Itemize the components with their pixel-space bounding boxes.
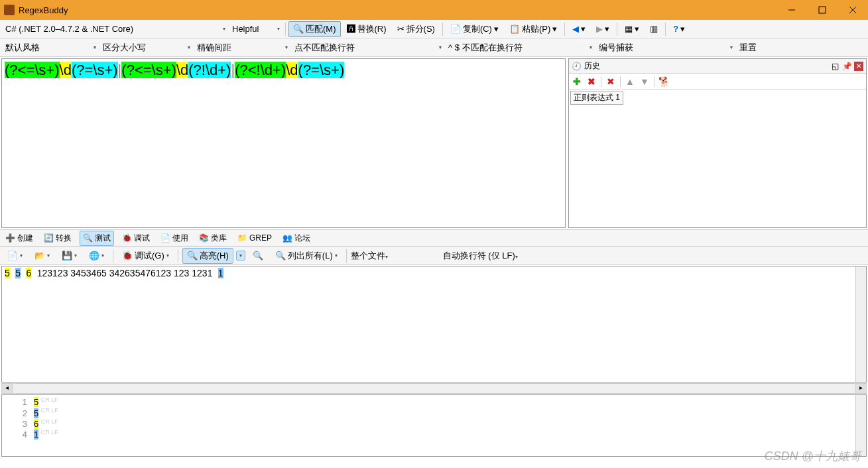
regex-editor[interactable]: (?<=\s+)\d(?=\s+)|(?<=\s+)\d(?!\d+)|(?<!… bbox=[1, 58, 566, 228]
match-label: 匹配(M) bbox=[306, 23, 336, 35]
create-icon: ➕ bbox=[5, 233, 15, 243]
close-panel-icon[interactable]: ✕ bbox=[854, 62, 863, 71]
title-bar: RegexBuddy bbox=[0, 0, 868, 20]
history-list[interactable]: 正则表达式 1 bbox=[569, 89, 866, 227]
test-text-area[interactable]: 5 5 6 123123 3453465 342635476123 123 12… bbox=[1, 266, 867, 382]
flavor-combo[interactable]: C# (.NET 2.0–4.7.2 & .NET Core)▾ bbox=[3, 23, 228, 35]
tab-create-label: 创建 bbox=[17, 233, 33, 244]
open-icon: 📂 bbox=[34, 251, 45, 261]
tab-debug[interactable]: 🐞调试 bbox=[119, 231, 153, 245]
tab-test[interactable]: 🔍测试 bbox=[80, 231, 114, 246]
separator bbox=[285, 23, 286, 36]
match-highlight: 6 bbox=[26, 268, 31, 278]
regexbuddy-icon[interactable]: 🐕 bbox=[658, 76, 669, 87]
highlight-dd[interactable]: ▾ bbox=[236, 251, 245, 261]
result-row[interactable]: 36 CR LF bbox=[5, 418, 863, 429]
debug-label: 调试(G) bbox=[135, 250, 164, 262]
numbering-combo[interactable]: 编号捕获▾ bbox=[596, 40, 735, 55]
split-icon: ✂ bbox=[397, 24, 404, 34]
use-icon: 📄 bbox=[160, 233, 170, 243]
results-area[interactable]: 15 CR LF25 CR LF36 CR LF41 CR LF bbox=[1, 394, 867, 457]
listall-button[interactable]: 🔍列出所有(L)▾ bbox=[271, 248, 342, 264]
history-toolbar: ✚ ✖ ✖ ▲ ▼ 🐕 bbox=[569, 74, 866, 89]
forward-dropdown[interactable]: ▶▾ bbox=[591, 22, 614, 36]
delete-icon[interactable]: ✖ bbox=[586, 76, 597, 87]
copy-label: 复制(C) bbox=[463, 23, 492, 35]
convert-icon: 🔄 bbox=[44, 233, 54, 243]
copy-icon: 📄 bbox=[450, 24, 461, 34]
result-row[interactable]: 25 CR LF bbox=[5, 407, 863, 418]
reset-button[interactable]: 重置 bbox=[737, 40, 759, 55]
highlight-button[interactable]: 🔍高亮(H) bbox=[182, 248, 233, 264]
history-item[interactable]: 正则表达式 1 bbox=[570, 91, 623, 105]
result-match: 5 bbox=[34, 397, 38, 407]
debug-button[interactable]: 🐞调试(G)▾ bbox=[117, 248, 174, 264]
clear-icon[interactable]: ✖ bbox=[605, 76, 616, 87]
replace-button[interactable]: 🅰替换(R) bbox=[342, 21, 391, 37]
result-row[interactable]: 15 CR LF bbox=[5, 396, 863, 407]
layout-dropdown[interactable]: ▦▾ bbox=[620, 22, 644, 36]
copy-button[interactable]: 📄复制(C)▾ bbox=[446, 21, 503, 37]
tab-use[interactable]: 📄使用 bbox=[158, 231, 191, 245]
maximize-button[interactable] bbox=[807, 0, 837, 20]
main-split: (?<=\s+)\d(?=\s+)|(?<=\s+)\d(?!\d+)|(?<!… bbox=[0, 57, 868, 229]
reset-label: 重置 bbox=[739, 42, 757, 54]
match-button[interactable]: 🔍匹配(M) bbox=[288, 21, 341, 37]
forward-icon: ▶ bbox=[596, 24, 603, 34]
down-icon[interactable]: ▼ bbox=[639, 76, 650, 87]
token-d-2: \d bbox=[176, 62, 188, 78]
close-button[interactable] bbox=[837, 0, 868, 20]
new-dropdown[interactable]: 📄▾ bbox=[3, 249, 27, 263]
clock-icon: 🕘 bbox=[572, 62, 582, 71]
scope-combo[interactable]: 整个文件▾ bbox=[351, 250, 440, 262]
tab-forum[interactable]: 👥论坛 bbox=[280, 231, 313, 245]
tab-create[interactable]: ➕创建 bbox=[3, 231, 36, 245]
split-label: 拆分(S) bbox=[406, 23, 435, 35]
case-combo[interactable]: 区分大小写▾ bbox=[100, 40, 193, 55]
lookbehind-2: (?<=\s+) bbox=[121, 62, 176, 78]
scroll-right-icon[interactable]: ▸ bbox=[855, 384, 866, 393]
options-toolbar: 默认风格▾ 区分大小写▾ 精确间距▾ 点不匹配换行符▾ ^ $ 不匹配在换行符▾… bbox=[0, 38, 868, 57]
vertical-scrollbar[interactable] bbox=[855, 395, 866, 456]
style-combo[interactable]: 默认风格▾ bbox=[3, 40, 99, 55]
save-dropdown[interactable]: 💾▾ bbox=[57, 249, 82, 263]
tab-use-label: 使用 bbox=[172, 233, 188, 244]
main-toolbar: C# (.NET 2.0–4.7.2 & .NET Core)▾ Helpful… bbox=[0, 20, 868, 38]
separator bbox=[665, 23, 666, 36]
minimize-button[interactable] bbox=[776, 0, 807, 20]
horizontal-scrollbar[interactable]: ◂ ▸ bbox=[1, 383, 867, 394]
mode-combo[interactable]: Helpful▾ bbox=[229, 23, 282, 35]
paste-label: 粘贴(P) bbox=[522, 23, 550, 35]
scroll-left-icon[interactable]: ◂ bbox=[2, 384, 13, 393]
back-dropdown[interactable]: ◀▾ bbox=[568, 22, 590, 36]
replace-icon: 🅰 bbox=[347, 24, 355, 34]
vertical-scrollbar[interactable] bbox=[855, 266, 866, 382]
add-icon[interactable]: ✚ bbox=[572, 76, 582, 87]
token-d-3: \d bbox=[286, 62, 298, 78]
tab-grep[interactable]: 📁GREP bbox=[235, 232, 275, 244]
split-button[interactable]: ✂拆分(S) bbox=[393, 21, 440, 37]
restore-icon[interactable]: ◱ bbox=[830, 62, 839, 71]
spacing-combo[interactable]: 精确间距▾ bbox=[194, 40, 290, 55]
paste-button[interactable]: 📋粘贴(P)▾ bbox=[505, 21, 562, 37]
linebreak-combo[interactable]: 自动换行符 (仅 LF)▾ bbox=[443, 250, 619, 262]
result-match: 5 bbox=[34, 408, 38, 418]
save-icon: 💾 bbox=[62, 251, 72, 261]
find-button[interactable]: 🔍 bbox=[248, 249, 268, 263]
crlf-icon: CR LF bbox=[41, 407, 58, 414]
tab-convert[interactable]: 🔄转换 bbox=[41, 231, 74, 245]
dot-combo[interactable]: 点不匹配换行符▾ bbox=[292, 40, 444, 55]
anchor-combo[interactable]: ^ $ 不匹配在换行符▾ bbox=[446, 40, 595, 55]
web-dropdown[interactable]: 🌐▾ bbox=[84, 249, 109, 263]
history-header: 🕘 历史 ◱ 📌 ✕ bbox=[569, 59, 866, 74]
panel-icon: ▥ bbox=[650, 24, 658, 34]
up-icon[interactable]: ▲ bbox=[625, 76, 635, 87]
result-row[interactable]: 41 CR LF bbox=[5, 429, 863, 439]
globe-icon: 🌐 bbox=[89, 251, 99, 261]
pin-icon[interactable]: 📌 bbox=[842, 62, 851, 71]
help-dropdown[interactable]: ?▾ bbox=[668, 22, 690, 36]
panel-button[interactable]: ▥ bbox=[645, 22, 662, 36]
open-dropdown[interactable]: 📂▾ bbox=[30, 249, 54, 263]
tab-library[interactable]: 📚类库 bbox=[196, 231, 229, 245]
line-number: 1 bbox=[5, 397, 34, 407]
